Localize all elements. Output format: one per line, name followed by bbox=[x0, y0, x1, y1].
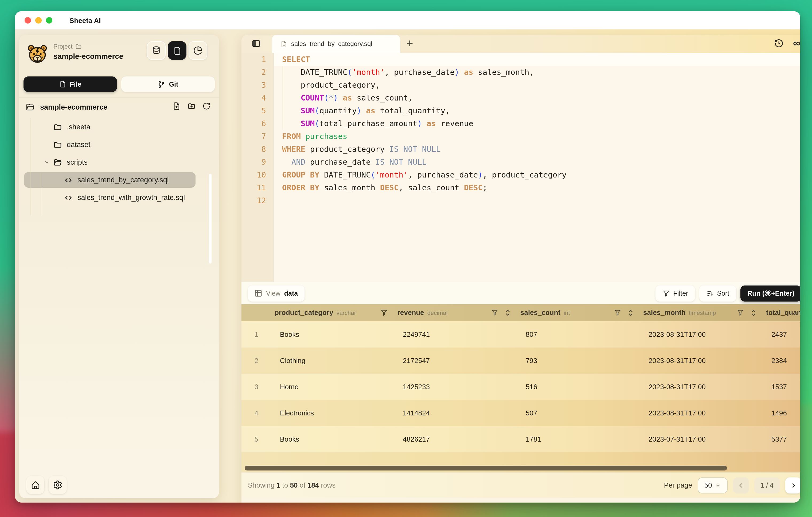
minimize-window-button[interactable] bbox=[35, 17, 42, 24]
cell-total_quantity[interactable]: 1496 bbox=[763, 409, 800, 417]
settings-button[interactable] bbox=[49, 476, 67, 494]
table-row-5[interactable]: 5Books482621717812023-07-31T17:005377 bbox=[241, 426, 800, 452]
grid-header-sales_count[interactable]: sales_countint bbox=[517, 304, 640, 321]
prev-page-button[interactable] bbox=[733, 477, 749, 493]
grid-header-product_category[interactable]: product_categoryvarchar bbox=[271, 304, 394, 321]
line-number: 1 bbox=[241, 53, 273, 66]
cell-sales_month[interactable]: 2023-08-31T17:00 bbox=[640, 383, 763, 391]
cell-product_category[interactable]: Books bbox=[271, 435, 394, 443]
zoom-window-button[interactable] bbox=[46, 17, 52, 24]
new-file-icon[interactable] bbox=[173, 102, 180, 110]
tab-file[interactable]: File bbox=[24, 77, 117, 92]
editor-tabbar: sales_trend_by_category.sql ∞ bbox=[241, 35, 800, 53]
cell-revenue[interactable]: 2249741 bbox=[394, 330, 517, 338]
chart-view-button[interactable] bbox=[188, 41, 207, 60]
cell-total_quantity[interactable]: 5377 bbox=[763, 435, 800, 443]
infinity-icon[interactable]: ∞ bbox=[793, 38, 800, 48]
view-data-chip[interactable]: View data bbox=[248, 285, 304, 301]
cell-sales_count[interactable]: 793 bbox=[517, 357, 640, 364]
tree-item-dataset[interactable]: dataset bbox=[19, 136, 219, 154]
file-view-button[interactable] bbox=[168, 41, 186, 60]
chevron-right-icon bbox=[790, 482, 796, 488]
next-page-button[interactable] bbox=[785, 477, 800, 493]
grid-header-total_quantity[interactable]: total_quantityint bbox=[763, 304, 800, 321]
sidebar-scrollbar[interactable] bbox=[209, 174, 211, 264]
code-line-4: COUNT(*) as sales_count, bbox=[274, 91, 800, 104]
per-page-select[interactable]: 50 bbox=[697, 477, 727, 493]
cell-sales_count[interactable]: 507 bbox=[517, 409, 640, 417]
cell-revenue[interactable]: 4826217 bbox=[394, 435, 517, 443]
editor-code: SELECT DATE_TRUNC('month', purchase_date… bbox=[274, 53, 800, 207]
cell-product_category[interactable]: Books bbox=[271, 330, 394, 338]
tree-item-.sheeta[interactable]: .sheeta bbox=[19, 118, 219, 136]
cell-sales_month[interactable]: 2023-08-31T17:00 bbox=[640, 409, 763, 417]
cell-revenue[interactable]: 2172547 bbox=[394, 357, 517, 364]
panel-left-toggle-icon[interactable] bbox=[252, 39, 261, 48]
cell-product_category[interactable]: Clothing bbox=[271, 357, 394, 364]
cell-sales_month[interactable]: 2023-07-31T17:00 bbox=[640, 435, 763, 443]
folder-small-icon bbox=[75, 43, 82, 50]
cell-sales_month[interactable]: 2023-08-31T17:00 bbox=[640, 357, 763, 364]
statusbar: Showing 1 to 50 of 184 rows Per page 50 bbox=[241, 472, 800, 498]
history-icon[interactable] bbox=[774, 38, 784, 48]
filter-button-label: Filter bbox=[673, 290, 688, 297]
tree-item-scripts[interactable]: scripts bbox=[19, 154, 219, 171]
new-tab-button[interactable] bbox=[405, 38, 414, 48]
tree-item-label: .sheeta bbox=[67, 123, 91, 131]
tab-git[interactable]: Git bbox=[121, 77, 215, 92]
sidebar-header: Project sample-ecommerce bbox=[19, 35, 219, 73]
tree-item-label: sales_trend_by_category.sql bbox=[78, 176, 169, 184]
data-label: data bbox=[284, 290, 298, 297]
sort-arrows-icon[interactable] bbox=[505, 309, 511, 316]
table-row-2[interactable]: 2Clothing21725477932023-08-31T17:002384 bbox=[241, 348, 800, 374]
tree-root[interactable]: sample-ecommerce bbox=[19, 98, 219, 116]
sort-arrows-icon[interactable] bbox=[751, 309, 756, 316]
cell-sales_count[interactable]: 807 bbox=[517, 330, 640, 338]
table-row-1[interactable]: 1Books22497418072023-08-31T17:002437 bbox=[241, 321, 800, 348]
tree-guide-line bbox=[30, 118, 30, 215]
column-name: total_quantity bbox=[766, 308, 800, 317]
sort-arrows-icon[interactable] bbox=[628, 309, 634, 316]
close-window-button[interactable] bbox=[25, 17, 31, 24]
tree-item-label: dataset bbox=[67, 141, 91, 148]
sql-editor[interactable]: 123456789101112 SELECT DATE_TRUNC('month… bbox=[241, 53, 800, 282]
sidebar-nav-tabs: File Git bbox=[19, 73, 219, 97]
home-button[interactable] bbox=[26, 476, 44, 494]
funnel-icon[interactable] bbox=[491, 309, 498, 316]
funnel-icon[interactable] bbox=[380, 309, 388, 316]
editor-tab-active[interactable]: sales_trend_by_category.sql bbox=[272, 35, 400, 53]
cell-revenue[interactable]: 1414824 bbox=[394, 409, 517, 417]
column-type: timestamp bbox=[689, 309, 716, 316]
cell-sales_month[interactable]: 2023-08-31T17:00 bbox=[640, 330, 763, 338]
cell-product_category[interactable]: Electronics bbox=[271, 409, 394, 417]
cell-sales_count[interactable]: 1781 bbox=[517, 435, 640, 443]
cell-sales_count[interactable]: 516 bbox=[517, 383, 640, 391]
cell-total_quantity[interactable]: 2384 bbox=[763, 357, 800, 364]
tree-item-sales_trend_with_growth_rate.sql[interactable]: sales_trend_with_growth_rate.sql bbox=[19, 189, 219, 207]
code-line-12 bbox=[274, 194, 800, 207]
tree-item-sales_trend_by_category.sql[interactable]: sales_trend_by_category.sql bbox=[19, 171, 219, 189]
filter-button[interactable]: Filter bbox=[656, 285, 695, 301]
grid-header-revenue[interactable]: revenuedecimal bbox=[394, 304, 517, 321]
funnel-icon[interactable] bbox=[614, 309, 621, 316]
new-folder-icon[interactable] bbox=[187, 102, 196, 110]
sort-button[interactable]: Sort bbox=[699, 285, 736, 301]
cell-product_category[interactable]: Home bbox=[271, 383, 394, 391]
table-row-4[interactable]: 4Electronics14148245072023-08-31T17:0014… bbox=[241, 400, 800, 426]
line-number: 8 bbox=[241, 143, 273, 156]
sort-button-label: Sort bbox=[717, 290, 729, 297]
database-view-button[interactable] bbox=[147, 41, 166, 60]
column-name: product_category bbox=[274, 308, 334, 317]
funnel-icon[interactable] bbox=[737, 309, 744, 316]
cell-revenue[interactable]: 1425233 bbox=[394, 383, 517, 391]
grid-horizontal-scrollbar[interactable] bbox=[245, 466, 727, 470]
chevron-down-icon[interactable] bbox=[44, 159, 50, 165]
cell-total_quantity[interactable]: 2437 bbox=[763, 330, 800, 338]
run-query-button[interactable]: Run (⌘+Enter) bbox=[741, 285, 800, 301]
cell-total_quantity[interactable]: 1537 bbox=[763, 383, 800, 391]
grid-header-sales_month[interactable]: sales_monthtimestamp bbox=[640, 304, 763, 321]
table-row-3[interactable]: 3Home14252335162023-08-31T17:001537 bbox=[241, 374, 800, 400]
funnel-icon bbox=[663, 290, 670, 297]
code-line-11: ORDER BY sales_month DESC, sales_count D… bbox=[274, 181, 800, 194]
refresh-icon[interactable] bbox=[202, 102, 210, 110]
